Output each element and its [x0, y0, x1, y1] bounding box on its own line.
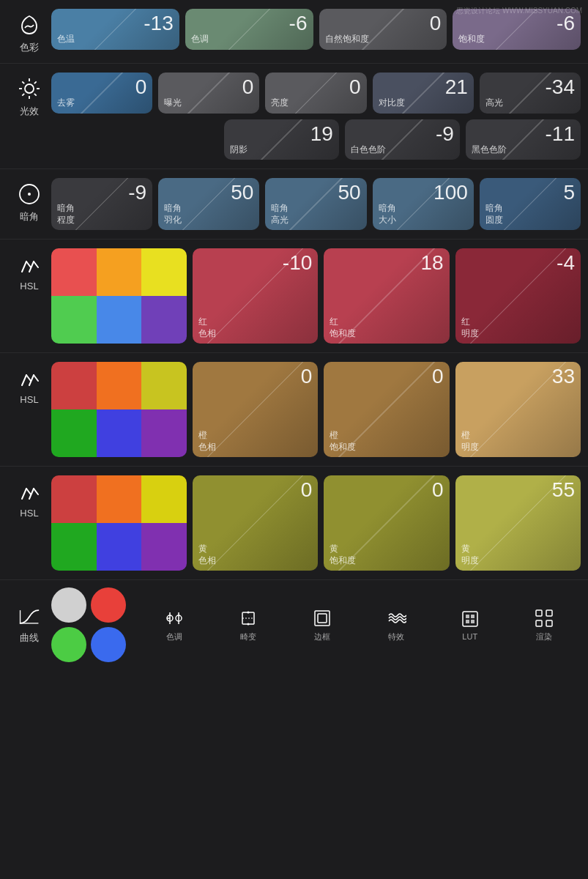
toolbar-item-distort[interactable]: 畸变: [238, 608, 258, 642]
tile-value: 18: [330, 253, 443, 273]
tile-hsl-orange-hue[interactable]: 0 橙色相: [193, 362, 318, 457]
tile-value: -10: [198, 253, 312, 273]
tile-hsl-red-lum[interactable]: -4 红明度: [455, 248, 581, 344]
render-icon: [534, 608, 554, 628]
effect-icon: [386, 608, 406, 628]
tile-name: 橙色相: [198, 430, 312, 453]
svg-line-22: [34, 489, 38, 494]
tile-name: 亮度: [271, 97, 360, 109]
tile-value: 0: [271, 77, 360, 97]
toolbar-curve-section: 曲线: [7, 605, 51, 645]
svg-rect-44: [546, 620, 552, 626]
svg-line-15: [22, 375, 26, 385]
tile-name: 黑色色阶: [472, 144, 575, 156]
tile-dehaze[interactable]: 0 去雾: [51, 73, 152, 114]
tile-hsl-yellow-sat[interactable]: 0 黄饱和度: [324, 475, 449, 571]
section-vignette: 暗角 -9 暗角程度 50 暗角羽化 50 暗角高光 100 暗角大小 5 暗角…: [0, 169, 588, 240]
tile-hsl-orange-sat[interactable]: 0 橙饱和度: [324, 362, 449, 457]
light-icon: [16, 75, 42, 102]
red-circle[interactable]: [91, 587, 126, 623]
section-label-hsl-red: HSL: [20, 281, 38, 292]
svg-rect-38: [471, 615, 475, 618]
tile-name: 橙饱和度: [330, 430, 443, 453]
tile-vibrance[interactable]: 0 自然饱和度: [319, 9, 447, 50]
tile-exposure[interactable]: 0 曝光: [158, 73, 259, 114]
curve-icon: [18, 605, 41, 628]
light-tiles: 0 去雾 0 曝光 0 亮度 21 对比度 -34 高光: [51, 73, 581, 160]
tile-blacks[interactable]: -11 黑色色阶: [466, 119, 581, 160]
hsl-red-icon: [16, 251, 42, 278]
tile-vignette-amount[interactable]: -9 暗角程度: [51, 178, 152, 230]
curve-circles: [51, 587, 126, 662]
svg-line-12: [26, 262, 31, 267]
tile-vignette-feather[interactable]: 50 暗角羽化: [158, 178, 259, 230]
tile-value: 21: [379, 77, 468, 97]
tile-name: 色温: [57, 34, 174, 45]
tile-hsl-red-hue[interactable]: -10 红色相: [193, 248, 318, 344]
tone-label: 色调: [166, 631, 182, 642]
svg-line-8: [22, 94, 24, 96]
tile-shadows[interactable]: 19 阴影: [224, 119, 339, 160]
tile-hsl-yellow-hue[interactable]: 0 黄色相: [193, 475, 318, 571]
tile-hsl-red-sat[interactable]: 18 红饱和度: [324, 248, 449, 344]
tile-value: 100: [379, 182, 468, 203]
section-icon-color: 色彩: [7, 9, 51, 54]
tile-hsl-yellow-lum[interactable]: 55 黄明度: [455, 475, 581, 571]
render-label: 渲染: [536, 631, 552, 642]
tile-hsl-orange-lum[interactable]: 33 橙明度: [455, 362, 581, 457]
tile-value: 19: [230, 124, 333, 144]
toolbar-item-tone[interactable]: 色调: [164, 608, 185, 642]
tile-name: 暗角圆度: [485, 203, 575, 226]
section-label-hsl-orange: HSL: [20, 394, 38, 405]
tile-value: 55: [461, 480, 575, 500]
tile-color-tint[interactable]: -6 色调: [185, 9, 313, 50]
effect-label: 特效: [388, 631, 404, 642]
section-icon-vignette: 暗角: [7, 178, 51, 223]
green-circle[interactable]: [51, 627, 86, 662]
svg-line-16: [26, 375, 31, 381]
tile-value: 5: [485, 182, 575, 203]
tile-vignette-highlight[interactable]: 50 暗角高光: [265, 178, 366, 230]
tile-name: 去雾: [57, 97, 146, 109]
lut-label: LUT: [462, 632, 477, 641]
tile-value: 33: [461, 366, 575, 387]
tile-value: -9: [351, 124, 454, 144]
svg-line-11: [22, 262, 26, 272]
tile-contrast[interactable]: 21 对比度: [373, 73, 474, 114]
svg-rect-43: [536, 620, 542, 626]
tile-value: 0: [330, 480, 443, 500]
section-hsl-yellow: HSL 0 黄色相 0 黄饱和度 55 黄明度: [0, 467, 588, 580]
tile-vignette-roundness[interactable]: 5 暗角圆度: [480, 178, 581, 230]
tile-name: 暗角程度: [57, 203, 146, 226]
tile-vignette-size[interactable]: 100 暗角大小: [373, 178, 474, 230]
color-icon: [16, 12, 42, 38]
svg-rect-40: [471, 620, 475, 623]
tile-highlights[interactable]: -34 高光: [480, 73, 581, 114]
tile-brightness[interactable]: 0 亮度: [265, 73, 366, 114]
hsl-yellow-grid: [51, 475, 187, 571]
tile-whites[interactable]: -9 白色色阶: [345, 119, 460, 160]
watermark: 思瓷设计论坛 WWW.MISSYUAN.COM: [456, 6, 582, 16]
frame-icon: [312, 608, 332, 628]
toolbar-item-lut[interactable]: LUT: [460, 609, 480, 641]
tile-value: -13: [57, 13, 174, 34]
tile-value: 0: [164, 77, 253, 97]
tile-value: -9: [57, 182, 146, 203]
vignette-icon: [16, 181, 42, 207]
toolbar-item-effect[interactable]: 特效: [386, 608, 406, 642]
svg-line-19: [22, 489, 26, 499]
white-circle[interactable]: [51, 587, 86, 623]
svg-rect-41: [536, 610, 542, 616]
toolbar-item-frame[interactable]: 边框: [312, 608, 332, 642]
svg-rect-35: [318, 614, 327, 623]
tile-value: -6: [458, 13, 575, 34]
hsl-yellow-icon: [16, 478, 42, 505]
tile-value: -4: [461, 253, 575, 273]
tile-name: 红明度: [461, 316, 575, 339]
tile-value: 0: [330, 366, 443, 387]
svg-line-20: [26, 489, 31, 494]
blue-circle[interactable]: [91, 627, 126, 662]
svg-line-6: [34, 94, 37, 96]
toolbar-item-render[interactable]: 渲染: [534, 608, 554, 642]
tile-color-temp[interactable]: -13 色温: [51, 9, 179, 50]
